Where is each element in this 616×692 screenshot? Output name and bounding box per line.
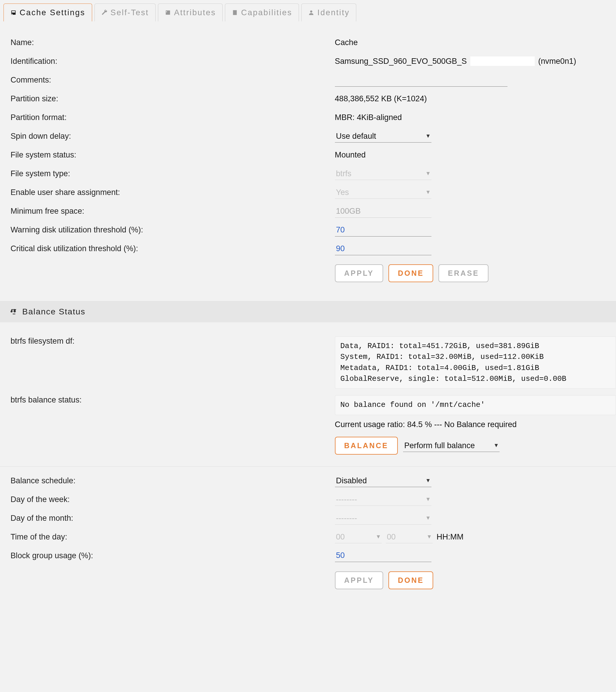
tab-self-test[interactable]: Self-Test [94,3,156,21]
btrfs-df-output: Data, RAID1: total=451.72GiB, used=381.8… [335,336,616,389]
btrfs-balance-status-output: No balance found on '/mnt/cache' [335,395,616,415]
comments-input[interactable] [335,74,507,87]
partition-format-value: MBR: 4KiB-aligned [335,113,606,122]
user-share-label: Enable user share assignment: [10,188,335,197]
balance-schedule-label: Balance schedule: [10,476,335,485]
user-share-select: Yes [335,186,432,199]
tab-label: Self-Test [111,8,149,17]
tab-bar: Cache Settings Self-Test Attributes Capa… [0,0,616,21]
balance-status-header: Balance Status [0,301,616,322]
btrfs-balance-status-label: btrfs balance status: [10,395,335,404]
tod-suffix: HH:MM [437,532,464,542]
tod-hour-select: 00 [335,530,382,543]
min-free-label: Minimum free space: [10,206,335,216]
erase-button[interactable]: Erase [438,264,488,282]
tab-label: Identity [317,8,350,17]
badge-icon [165,9,171,16]
disk-icon [10,9,17,16]
crit-thresh-input[interactable] [335,242,432,255]
building-icon [232,9,238,16]
min-free-input [335,205,432,218]
usage-ratio-text: Current usage ratio: 84.5 % --- No Balan… [335,415,606,432]
done-button[interactable]: Done [389,264,433,282]
tab-label: Capabilities [241,8,292,17]
tab-capabilities[interactable]: Capabilities [225,3,299,21]
balance-apply-button[interactable]: Apply [335,571,383,589]
scales-icon [10,308,18,316]
fs-status-label: File system status: [10,150,335,160]
dow-select: -------- [335,493,432,506]
partition-size-value: 488,386,552 KB (K=1024) [335,94,606,103]
tod-label: Time of the day: [10,532,335,542]
user-icon [308,9,314,16]
balance-button[interactable]: Balance [335,437,398,455]
tab-attributes[interactable]: Attributes [158,3,223,21]
tab-identity[interactable]: Identity [301,3,356,21]
tod-min-select: 00 [386,530,433,543]
identification-value: Samsung_SSD_960_EVO_500GB_S(nvme0n1) [335,57,606,66]
fs-type-select: btrfs [335,167,432,180]
crit-thresh-label: Critical disk utilization threshold (%): [10,244,335,253]
btrfs-df-label: btrfs filesystem df: [10,336,335,346]
bgu-input[interactable] [335,549,432,562]
identification-label: Identification: [10,57,335,66]
balance-status-panel: btrfs filesystem df: Data, RAID1: total=… [0,322,616,603]
balance-schedule-select[interactable]: Disabled [335,474,432,487]
dom-label: Day of the month: [10,513,335,523]
redacted-serial [470,57,535,66]
fs-type-label: File system type: [10,169,335,178]
balance-mode-select[interactable]: Perform full balance [403,439,500,452]
bgu-label: Block group usage (%): [10,551,335,560]
partition-format-label: Partition format: [10,113,335,122]
divider [0,466,616,467]
spin-down-label: Spin down delay: [10,131,335,141]
name-label: Name: [10,38,335,47]
comments-label: Comments: [10,75,335,85]
dom-select: -------- [335,512,432,525]
warn-thresh-label: Warning disk utilization threshold (%): [10,225,335,234]
apply-button[interactable]: Apply [335,264,383,282]
fs-status-value: Mounted [335,150,606,160]
cache-settings-form: Name: Cache Identification: Samsung_SSD_… [0,21,616,296]
dow-label: Day of the week: [10,495,335,504]
tab-label: Attributes [174,8,216,17]
wrench-icon [101,9,108,16]
warn-thresh-input[interactable] [335,223,432,236]
partition-size-label: Partition size: [10,94,335,103]
spin-down-select[interactable]: Use default [335,130,432,143]
tab-cache-settings[interactable]: Cache Settings [3,3,92,21]
tab-label: Cache Settings [20,8,85,17]
balance-done-button[interactable]: Done [389,571,433,589]
name-value: Cache [335,38,606,47]
